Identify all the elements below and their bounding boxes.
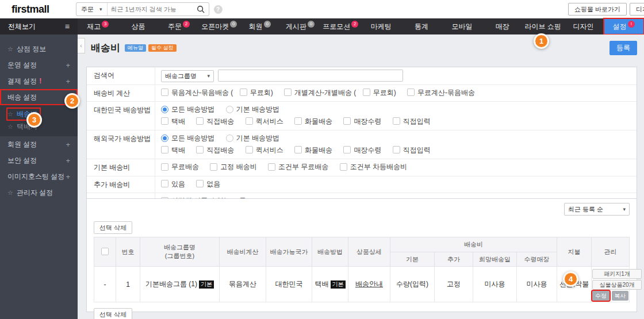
checkbox-option[interactable]: 직접배송 bbox=[196, 145, 234, 155]
nav-item-board[interactable]: 게시판0 bbox=[280, 18, 320, 34]
design-button[interactable]: 디자인 bbox=[630, 3, 644, 16]
checkbox-option[interactable]: 직접입력 bbox=[393, 116, 431, 126]
nav-item-inventory[interactable]: 재고3 bbox=[78, 18, 118, 34]
col-payment: 지불 bbox=[557, 237, 592, 267]
select-all-header bbox=[94, 237, 116, 267]
checkbox-option[interactable]: 있음 bbox=[161, 179, 185, 189]
keyword-type-select[interactable]: 배송그룹명▾ bbox=[161, 70, 214, 82]
cell-method: 택배기본 bbox=[312, 267, 348, 302]
alert-badge: ! bbox=[628, 21, 635, 28]
checkbox-option[interactable]: 무료회) bbox=[363, 87, 396, 98]
search-icon[interactable] bbox=[193, 5, 209, 13]
checkbox-option[interactable]: 무료배송 bbox=[161, 162, 199, 172]
checkbox-option[interactable]: 매장수령 bbox=[343, 116, 381, 126]
radio bbox=[226, 106, 233, 113]
count-badge: 2 bbox=[183, 21, 190, 28]
checkbox bbox=[393, 146, 400, 153]
col-no: 번호 bbox=[116, 237, 140, 267]
filter-row-fee-calc: 배송비 계산 묶음계산-묶음배송 ( 무료회) 개별계산-개별배송 ( 무료회)… bbox=[87, 85, 637, 102]
radio-option[interactable]: 모든 배송방법 bbox=[161, 133, 214, 143]
nav-item-marketing[interactable]: 마케팅 bbox=[361, 18, 401, 34]
col-country: 배송가능국가 bbox=[266, 237, 312, 267]
sidebar-item-payment[interactable]: 결제 설정! + bbox=[0, 73, 78, 89]
sort-select[interactable]: 최근 등록 순▾ bbox=[564, 203, 630, 216]
shipping-guide-link[interactable]: 배송안내 bbox=[355, 280, 383, 288]
checkbox-option[interactable]: 조건부 무료배송 bbox=[268, 162, 328, 172]
nav-item-openmarket[interactable]: 오픈마켓0 bbox=[199, 18, 239, 34]
sidebar-item-member[interactable]: 회원 설정 + bbox=[0, 136, 78, 152]
global-search-input[interactable] bbox=[108, 3, 193, 16]
checkbox-option[interactable]: 직접배송 bbox=[196, 116, 234, 126]
nav-item-mobile[interactable]: 모바일 bbox=[442, 18, 482, 34]
firstmall-logo[interactable]: firstmall bbox=[12, 3, 76, 16]
filter-label: 기본 배송비 bbox=[87, 159, 155, 176]
cell-pickup-store: 미사용 bbox=[517, 267, 557, 302]
nav-all-view[interactable]: 전체보기 ≡ bbox=[0, 18, 78, 34]
count-badge: 0 bbox=[308, 21, 315, 28]
checkbox-option[interactable]: 조건부 차등배송비 bbox=[340, 162, 407, 172]
filter-label: 검색어 bbox=[87, 67, 155, 84]
checkbox-option[interactable]: 매장수령 bbox=[343, 145, 381, 155]
nav-item-store[interactable]: 매장 bbox=[482, 18, 523, 34]
filter-label: 배송비 계산 bbox=[87, 85, 155, 102]
delete-selected-button-top[interactable]: 선택 삭제 bbox=[94, 221, 132, 234]
nav-item-live-shopping[interactable]: 라이브 쇼핑 bbox=[523, 18, 563, 34]
cell-check: - bbox=[94, 267, 116, 302]
nav-items: 재고3 상품 주문2 오픈마켓0 회원0 게시판0 프로모션2 마케팅 통계 모… bbox=[78, 18, 644, 34]
nav-item-member[interactable]: 회원0 bbox=[239, 18, 279, 34]
checkbox-option[interactable]: 직접입력 bbox=[393, 145, 431, 155]
required-setting-badge: 필수 설정 bbox=[148, 44, 177, 52]
checkbox-option[interactable]: 고정 배송비 bbox=[210, 162, 256, 172]
checkbox-option[interactable]: 없음 bbox=[196, 179, 220, 189]
select-all-checkbox[interactable] bbox=[101, 248, 109, 255]
nav-item-promotion[interactable]: 프로모션2 bbox=[320, 18, 361, 34]
radio-option[interactable]: 모든 배송방법 bbox=[161, 104, 214, 114]
table-row: - 1 기본배송그룹 (1)기본 묶음계산 대한민국 택배기본 배송안내 bbox=[94, 267, 630, 302]
col-fee-group: 배송비 bbox=[390, 237, 557, 252]
help-icon[interactable]: ? bbox=[214, 5, 223, 14]
goto-shop-button[interactable]: 쇼핑몰 바로가기 bbox=[568, 3, 627, 16]
chevron-down-icon: ▾ bbox=[207, 73, 210, 79]
package-count-button[interactable]: 패키지1개 bbox=[592, 269, 642, 279]
sidebar-item-admin[interactable]: ☆관리자 설정 bbox=[0, 185, 78, 201]
checkbox-option[interactable]: 화물배송 bbox=[294, 116, 332, 126]
register-button[interactable]: 등록 bbox=[610, 41, 637, 55]
sidebar: ☆상점 정보 운영 설정 + 결제 설정! + 배송 설정 - ☆배송비 ☆택배… bbox=[0, 34, 78, 319]
nav-item-settings[interactable]: 설정! bbox=[604, 18, 644, 34]
checkbox-option[interactable]: 퀵서비스 bbox=[246, 116, 283, 126]
nav-item-product[interactable]: 상품 bbox=[118, 18, 158, 34]
checkbox-option[interactable]: 개별계산-개별배송 ( bbox=[284, 87, 356, 98]
nav-item-design[interactable]: 디자인 bbox=[563, 18, 603, 34]
checkbox-option[interactable]: 묶음계산-묶음배송 ( bbox=[161, 87, 233, 98]
keyword-input[interactable] bbox=[218, 70, 403, 82]
topbar-buttons: 쇼핑몰 바로가기 디자인 bbox=[568, 3, 644, 16]
checkbox-option[interactable]: 무료회) bbox=[240, 87, 273, 98]
step-marker-4: 4 bbox=[563, 271, 578, 287]
search-scope-select[interactable]: 주문 ▾ bbox=[76, 3, 108, 16]
cell-group-name: 기본배송그룹 (1)기본 bbox=[140, 267, 220, 302]
checkbox-option[interactable]: 택배 bbox=[161, 116, 185, 126]
checkbox-option[interactable]: 무료계산-묶음배송 bbox=[407, 87, 475, 98]
delete-selected-button-bottom[interactable]: 선택 삭제 bbox=[94, 308, 132, 319]
radio-option[interactable]: 기본 배송방법 bbox=[226, 133, 279, 143]
filter-label: 대한민국 배송방법 bbox=[87, 102, 155, 130]
nav-item-statistics[interactable]: 통계 bbox=[401, 18, 442, 34]
step-marker-1: 1 bbox=[534, 33, 549, 49]
filter-label: 추가 배송비 bbox=[87, 176, 155, 193]
filter-row-base-fee: 기본 배송비 무료배송 고정 배송비 조건부 무료배송 조건부 차등배송비 bbox=[87, 159, 637, 176]
manual-badge[interactable]: 메뉴얼 bbox=[125, 44, 146, 52]
sidebar-item-shop-info[interactable]: ☆상점 정보 bbox=[0, 41, 78, 57]
edit-button[interactable]: 수정 bbox=[592, 291, 610, 301]
sidebar-collapse-button[interactable]: ‹ bbox=[78, 38, 85, 53]
copy-button[interactable]: 복사 bbox=[612, 291, 629, 301]
nav-item-order[interactable]: 주문2 bbox=[159, 18, 199, 34]
sidebar-item-operation[interactable]: 운영 설정 + bbox=[0, 57, 78, 73]
checkbox-option[interactable]: 화물배송 bbox=[294, 145, 332, 155]
sidebar-item-image-hosting[interactable]: 이미지호스팅 설정 + bbox=[0, 168, 78, 185]
checkbox-option[interactable]: 퀵서비스 bbox=[246, 145, 283, 155]
checkbox-option[interactable]: 택배 bbox=[161, 145, 185, 155]
sidebar-item-security[interactable]: 보안 설정 + bbox=[0, 152, 78, 168]
results-panel: 최근 등록 순▾ 선택 삭제 번호 배송그룹명 (그룹번호) bbox=[86, 198, 637, 312]
radio-option[interactable]: 기본 배송방법 bbox=[226, 104, 279, 114]
goods-count-button[interactable]: 실물상품20개 bbox=[592, 280, 642, 290]
